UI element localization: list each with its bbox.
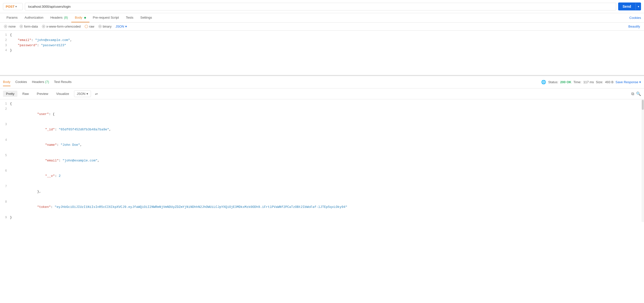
res-line-content-1: {	[10, 101, 644, 106]
response-body: 1 { 2 "user": { 3 "_id": "65df65f452d6fb…	[0, 99, 644, 303]
url-bar: POST ▾ Send ▾	[0, 0, 644, 13]
res-line-num-9: 9	[0, 215, 10, 220]
body-type-none-label: none	[8, 24, 16, 28]
tab-params-label: Params	[6, 16, 18, 19]
body-type-binary[interactable]: binary	[98, 24, 112, 28]
body-type-formdata-label: form-data	[24, 24, 38, 28]
res-headers-badge: (7)	[45, 80, 49, 84]
body-type-urlencoded[interactable]: x-www-form-urlencoded	[42, 24, 81, 28]
method-select[interactable]: POST ▾	[3, 3, 23, 10]
line-num-3: 3	[0, 43, 10, 48]
val-password: "password123"	[41, 44, 66, 47]
cookies-link[interactable]: Cookies	[629, 14, 641, 22]
res-tab-body-label: Body	[3, 80, 10, 84]
tab-params[interactable]: Params	[3, 13, 21, 22]
res-tab-test-results[interactable]: Test Results	[54, 78, 72, 86]
globe-icon: 🌐	[541, 80, 546, 84]
tab-headers-label: Headers	[50, 16, 62, 19]
body-type-raw[interactable]: raw	[85, 24, 94, 28]
res-line-num-7: 7	[0, 184, 10, 189]
res-line-num-5: 5	[0, 153, 10, 158]
res-tab-headers[interactable]: Headers (7)	[32, 78, 49, 86]
res-val-name: "John Doe"	[60, 143, 80, 147]
res-tab-cookies[interactable]: Cookies	[16, 78, 27, 86]
res-val-id: "65df65f452d6fb3b48a7ba9e"	[59, 128, 109, 132]
req-line-2: 2 "email": "john@example.com",	[0, 38, 644, 43]
response-format-label: JSON	[77, 92, 86, 96]
json-chevron-icon: ▾	[125, 24, 127, 28]
json-format-dropdown[interactable]: JSON ▾	[116, 24, 127, 28]
req-line-3: 3 "password": "password123"	[0, 43, 644, 48]
res-key-id: "_id"	[45, 128, 55, 132]
request-code-editor[interactable]: 1 { 2 "email": "john@example.com", 3 "pa…	[0, 30, 644, 75]
res-line-num-8: 8	[0, 200, 10, 205]
scrollbar-track[interactable]	[642, 99, 644, 222]
beautify-button[interactable]: Beautify	[628, 24, 640, 28]
body-type-binary-label: binary	[103, 24, 112, 28]
res-key-user: "user"	[37, 112, 49, 116]
res-line-num-4: 4	[0, 138, 10, 143]
filter-icon[interactable]: ⇌	[95, 92, 98, 96]
key-email: "email"	[18, 38, 31, 42]
line-num-2: 2	[0, 38, 10, 43]
body-type-formdata[interactable]: form-data	[20, 24, 38, 28]
tab-tests[interactable]: Tests	[122, 13, 137, 22]
response-status-area: 🌐 Status: 200 OK Time: 117 ms Size: 493 …	[541, 80, 641, 84]
response-format-dropdown[interactable]: JSON ▾	[74, 90, 91, 97]
method-label: POST	[6, 5, 14, 8]
headers-badge: (8)	[64, 16, 68, 19]
response-tabs: Body Cookies Headers (7) Test Results 🌐 …	[0, 76, 644, 88]
body-type-raw-label: raw	[89, 24, 94, 28]
req-line-4: 4 }	[0, 48, 644, 53]
tab-body-label: Body	[75, 16, 82, 19]
res-line-9: 9 }	[0, 215, 644, 220]
res-tab-body[interactable]: Body	[3, 78, 10, 86]
save-response-button[interactable]: Save Response ▾	[616, 80, 641, 84]
res-line-content-4: "name": "John Doe",	[10, 138, 644, 153]
fmt-preview-button[interactable]: Preview	[34, 91, 51, 97]
format-bar: Pretty Raw Preview Visualize JSON ▾ ⇌ ⧉ …	[0, 88, 644, 99]
fmt-visualize-button[interactable]: Visualize	[53, 91, 72, 97]
send-label: Send	[618, 2, 636, 10]
tab-authorization[interactable]: Authorization	[21, 13, 47, 22]
send-chevron-icon[interactable]: ▾	[636, 3, 641, 10]
tab-settings-label: Settings	[140, 16, 152, 19]
scrollbar-thumb[interactable]	[642, 100, 644, 110]
res-line-1: 1 {	[0, 101, 644, 106]
body-type-urlencoded-label: x-www-form-urlencoded	[46, 24, 81, 28]
tab-prerequest[interactable]: Pre-request Script	[90, 13, 122, 22]
search-icon[interactable]: 🔍	[636, 92, 641, 96]
res-line-7: 7 },	[0, 184, 644, 200]
copy-icon[interactable]: ⧉	[631, 92, 634, 96]
res-line-8: 8 "token": "eyJhbGciOiJIUzI1NiIsInR5cCI6…	[0, 200, 644, 215]
fmt-pretty-button[interactable]: Pretty	[3, 91, 18, 97]
res-line-num-2: 2	[0, 106, 10, 112]
radio-urlencoded	[42, 25, 45, 28]
res-tab-headers-label: Headers	[32, 80, 44, 84]
send-button[interactable]: Send ▾	[618, 2, 641, 10]
fmt-raw-button[interactable]: Raw	[20, 91, 32, 97]
time-value: 117 ms	[584, 80, 594, 84]
res-key-name: "name"	[45, 143, 57, 147]
res-line-num-6: 6	[0, 168, 10, 174]
tab-prerequest-label: Pre-request Script	[93, 16, 119, 19]
tab-body[interactable]: Body	[71, 13, 89, 22]
response-section: Body Cookies Headers (7) Test Results 🌐 …	[0, 75, 644, 303]
tab-headers[interactable]: Headers (8)	[47, 13, 72, 22]
body-dot	[84, 17, 86, 19]
radio-none	[4, 25, 7, 28]
json-format-label: JSON	[116, 24, 124, 28]
url-input[interactable]	[25, 3, 616, 10]
body-type-none[interactable]: none	[4, 24, 16, 28]
save-response-label: Save Response	[616, 80, 638, 84]
app-container: POST ▾ Send ▾ Params Authorization Heade…	[0, 0, 644, 303]
method-chevron-icon: ▾	[16, 5, 17, 8]
res-val-email: "john@example.com"	[62, 159, 98, 162]
res-line-content-8: "token": "eyJhbGciOiJIUzI1NiIsInR5cCI6Ik…	[10, 200, 644, 215]
tab-settings[interactable]: Settings	[137, 13, 156, 22]
req-line-1: 1 {	[0, 32, 644, 38]
res-val-token: "eyJhbGciOiJIUzI1NiIsInR5cCI6IkpXVCJ9.ey…	[55, 205, 347, 209]
radio-raw	[85, 25, 88, 28]
size-label: Size:	[596, 80, 603, 84]
res-key-v: "__v"	[45, 174, 55, 178]
